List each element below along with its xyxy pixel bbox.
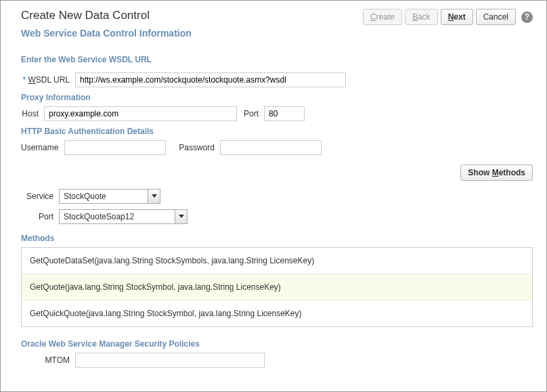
method-row[interactable]: GetQuickQuote(java.lang.String StockSymb… [22,301,532,326]
svg-marker-0 [152,194,157,198]
svc-port-select-value: StockQuoteSoap12 [60,210,175,223]
svc-port-label: Port [21,212,59,221]
wsdl-url-input[interactable] [75,72,346,87]
method-row[interactable]: GetQuoteDataSet(java.lang.String StockSy… [22,248,532,274]
back-button: Back [405,9,438,25]
host-input[interactable] [44,106,237,121]
service-select-value: StockQuote [60,190,148,203]
password-label: Password [166,143,220,152]
page-title: Create New Data Control [21,9,150,22]
mtom-input[interactable] [75,353,265,368]
chevron-down-icon[interactable] [148,190,160,203]
section-auth: HTTP Basic Authentication Details [21,127,533,136]
section-proxy: Proxy Information [21,93,533,102]
port-input[interactable] [264,106,305,121]
chevron-down-icon[interactable] [175,210,187,223]
mtom-label: MTOM [21,355,75,365]
service-select[interactable]: StockQuote [59,189,160,204]
section-wsdl: Enter the Web Service WSDL URL [21,55,533,64]
host-label: Host [21,109,44,118]
method-row[interactable]: GetQuote(java.lang.String StockSymbol, j… [22,274,532,301]
password-input[interactable] [220,140,322,155]
create-button: Create [363,9,402,25]
section-methods: Methods [21,234,533,243]
cancel-button[interactable]: Cancel [476,9,516,25]
subtitle: Web Service Data Control Information [21,28,533,39]
wsdl-url-label: * WSDL URL [21,75,75,85]
port-label: Port [237,109,264,118]
show-methods-button[interactable]: Show Methods [460,165,533,181]
section-owsm: Oracle Web Service Manager Security Poli… [21,339,533,349]
methods-list: GetQuoteDataSet(java.lang.String StockSy… [21,247,533,327]
help-icon[interactable]: ? [521,12,533,23]
username-label: Username [21,143,64,152]
service-label: Service [21,192,59,201]
wizard-buttons: Create Back Next Cancel ? [363,9,533,25]
svg-marker-1 [179,215,184,218]
username-input[interactable] [64,140,166,155]
svc-port-select[interactable]: StockQuoteSoap12 [59,209,188,224]
next-button[interactable]: Next [441,9,473,25]
